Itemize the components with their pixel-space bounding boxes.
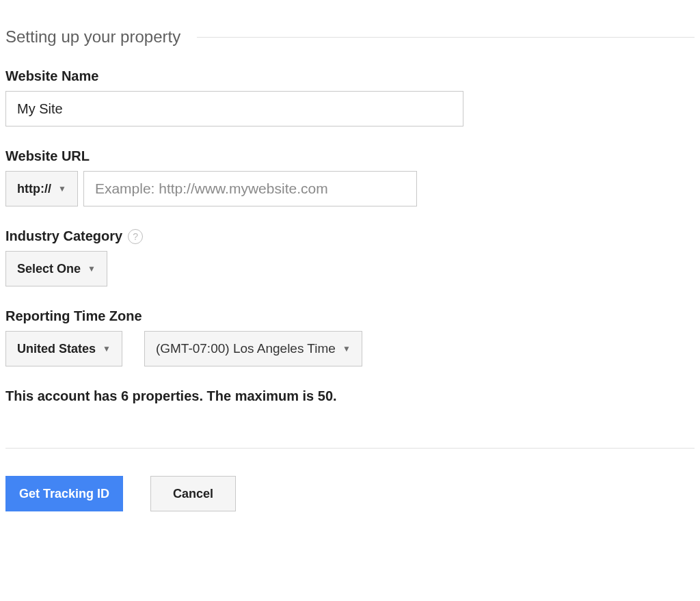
form-actions: Get Tracking ID Cancel	[5, 476, 695, 511]
website-url-label: Website URL	[5, 148, 695, 164]
get-tracking-id-button[interactable]: Get Tracking ID	[5, 476, 123, 511]
website-url-field: Website URL http:// ▼	[5, 148, 695, 206]
industry-category-select[interactable]: Select One ▼	[5, 251, 107, 286]
help-icon[interactable]: ?	[128, 229, 143, 244]
header-divider-line	[197, 37, 695, 38]
account-properties-note: This account has 6 properties. The maxim…	[5, 388, 695, 404]
timezone-select-value: (GMT-07:00) Los Angeles Time	[156, 341, 336, 356]
country-select-value: United States	[17, 342, 96, 356]
website-name-input[interactable]	[5, 91, 463, 126]
industry-category-label: Industry Category ?	[5, 228, 695, 244]
section-header: Setting up your property	[5, 27, 695, 46]
industry-category-field: Industry Category ? Select One ▼	[5, 228, 695, 286]
website-url-input[interactable]	[83, 171, 417, 206]
caret-down-icon: ▼	[342, 344, 351, 353]
form-divider	[5, 448, 695, 449]
cancel-button[interactable]: Cancel	[150, 476, 236, 511]
reporting-time-zone-field: Reporting Time Zone United States ▼ (GMT…	[5, 308, 695, 366]
caret-down-icon: ▼	[103, 344, 111, 353]
protocol-select[interactable]: http:// ▼	[5, 171, 78, 206]
section-title: Setting up your property	[5, 27, 180, 46]
caret-down-icon: ▼	[58, 184, 66, 193]
country-select[interactable]: United States ▼	[5, 331, 122, 366]
reporting-time-zone-label: Reporting Time Zone	[5, 308, 695, 324]
protocol-select-value: http://	[17, 182, 51, 196]
website-name-field: Website Name	[5, 68, 695, 126]
timezone-select[interactable]: (GMT-07:00) Los Angeles Time ▼	[144, 331, 362, 366]
website-name-label: Website Name	[5, 68, 695, 84]
caret-down-icon: ▼	[88, 264, 96, 273]
industry-category-value: Select One	[17, 262, 81, 276]
